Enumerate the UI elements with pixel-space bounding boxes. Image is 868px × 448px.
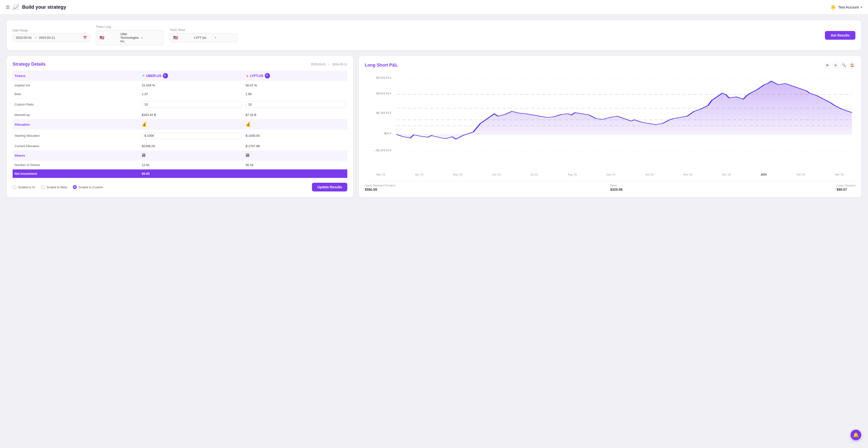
- tickers-row: Tickers ↗ UBER.US 🔍 ↘ LYFT.US 🔍: [12, 71, 347, 81]
- shares-long-emoji: 🏛: [140, 151, 243, 161]
- x-label-aug23: Aug '23: [568, 173, 577, 176]
- date-range-group: Date Range 2023-03-01 → 2024-03-11 📅: [12, 29, 90, 42]
- ticker-long-tag: ↗ UBER.US 🔍: [142, 73, 168, 78]
- get-results-button[interactable]: Get Results: [825, 31, 856, 40]
- ticker-short-chevron: ▾: [215, 36, 234, 39]
- implied-vol-short: 56.47 %: [244, 81, 347, 90]
- calendar-icon[interactable]: 📅: [83, 36, 87, 39]
- svg-marker-14: [396, 81, 852, 139]
- ticker-up-arrow: ↗: [142, 74, 145, 78]
- zoom-out-button[interactable]: ⊖: [832, 62, 839, 68]
- ticker-short-label: Ticker Short: [169, 28, 237, 32]
- num-shares-label: Number of Shares: [12, 161, 140, 169]
- main-content: Date Range 2023-03-01 → 2024-03-11 📅 Tic…: [0, 14, 868, 203]
- radio-iv-label: Scaled to IV: [18, 185, 35, 189]
- tickers-label: Tickers: [12, 71, 140, 81]
- ticker-long-name: UBER.US: [146, 74, 161, 78]
- strategy-panel: Strategy Details 2023-03-01 → 2024-03-11…: [7, 56, 353, 197]
- date-range-label: Date Range: [12, 29, 90, 32]
- header-left: ☰ 📈 Build your strategy: [6, 4, 66, 10]
- page-title: Build your strategy: [22, 4, 66, 10]
- strategy-date-arrow: →: [328, 63, 331, 66]
- custom-ratio-short-input[interactable]: [246, 101, 345, 108]
- x-label-2024: 2024: [761, 173, 767, 176]
- market-cap-long: $163.42 B: [140, 110, 243, 119]
- ticker-short-cell: ↘ LYFT.US 🔍: [244, 71, 347, 81]
- current-alloc-row: Current Allocation $2348.29 $-1797.98: [12, 142, 347, 151]
- ticker-long-flag: 🇺🇸: [99, 35, 118, 40]
- num-shares-long: 12.91: [140, 161, 243, 169]
- custom-ratio-long-input[interactable]: [142, 101, 242, 108]
- implied-vol-row: Implied Vol 31.545 % 56.47 %: [12, 81, 347, 90]
- logo-icon: 📈: [12, 4, 19, 10]
- radio-scaled-custom[interactable]: Scaled to Custom: [73, 185, 103, 189]
- chart-controls: ⊕ ⊖ 🔍 🏠: [824, 62, 856, 68]
- current-alloc-long: $2348.29: [140, 142, 243, 151]
- x-label-dec23: Dec '23: [722, 173, 731, 176]
- beta-row: Beta 1.37 1.96: [12, 90, 347, 98]
- starting-alloc-long-cell: [140, 130, 243, 142]
- ticker-long-cell: ↗ UBER.US 🔍: [140, 71, 243, 81]
- starting-alloc-short: $-1000.00: [244, 130, 347, 142]
- ticker-short-value: LYFT Inc: [194, 36, 213, 39]
- notification-bell[interactable]: 🔔: [850, 429, 861, 440]
- beta-label: Beta: [12, 90, 140, 98]
- chevron-down-icon[interactable]: ▾: [861, 6, 862, 9]
- radio-iv-circle[interactable]: [12, 185, 17, 189]
- ticker-short-select[interactable]: 🇺🇸 LYFT Inc ▾: [169, 33, 237, 42]
- upper-sd-stat: Upper Standard Deviation: $560.59: [365, 184, 396, 191]
- current-alloc-short: $-1797.98: [244, 142, 347, 151]
- beta-short: 1.96: [244, 90, 347, 98]
- date-range-input[interactable]: 2023-03-01 → 2024-03-11 📅: [12, 34, 90, 42]
- strategy-date-end: 2024-03-11: [333, 63, 347, 66]
- strategy-date-range: 2023-03-01 → 2024-03-11: [311, 63, 347, 66]
- strategy-table: Tickers ↗ UBER.US 🔍 ↘ LYFT.US 🔍: [12, 71, 347, 178]
- radio-beta-circle[interactable]: [41, 185, 45, 189]
- money-bag-long-icon: 💰: [142, 122, 147, 127]
- radio-custom-circle[interactable]: [73, 185, 77, 189]
- svg-text:$600: $600: [376, 92, 392, 95]
- mean-label: Mean:: [610, 184, 623, 187]
- radio-scaled-iv[interactable]: Scaled to IV: [12, 185, 35, 189]
- x-label-mar23: Mar '23: [376, 173, 385, 176]
- x-label-apr23: Apr '23: [415, 173, 423, 176]
- ticker-short-tag: ↘ LYFT.US 🔍: [246, 73, 270, 78]
- svg-text:$900: $900: [376, 76, 392, 79]
- stats-bar: Upper Standard Deviation: $560.59 Mean: …: [365, 181, 856, 191]
- x-label-oct23: Oct '23: [645, 173, 654, 176]
- date-end: 2024-03-11: [39, 36, 55, 39]
- home-chart-button[interactable]: 🏠: [848, 62, 856, 68]
- ticker-down-arrow: ↘: [246, 74, 248, 78]
- update-results-button[interactable]: Update Results: [312, 183, 347, 191]
- sun-icon: ☀️: [830, 4, 836, 10]
- custom-ratio-row: Custom Ratio: [12, 98, 347, 110]
- zoom-in-button[interactable]: ⊕: [824, 62, 831, 68]
- lower-sd-label: Lower Standard: [837, 184, 856, 187]
- radio-custom-label: Scaled to Custom: [79, 185, 103, 189]
- strategy-header: Strategy Details 2023-03-01 → 2024-03-11: [12, 62, 347, 67]
- ticker-long-select[interactable]: 🇺🇸 Uber Technologies Inc ▾: [96, 30, 164, 45]
- x-label-mar24: Mar '24: [835, 173, 844, 176]
- mean-value: $325.58: [610, 188, 623, 191]
- x-label-may23: May '23: [453, 173, 462, 176]
- implied-vol-label: Implied Vol: [12, 81, 140, 90]
- chart-panel: Long Short P&L ⊕ ⊖ 🔍 🏠 $900 $600 $300 $0…: [359, 56, 861, 197]
- beta-long: 1.37: [140, 90, 243, 98]
- starting-alloc-label: Starting Allocation: [12, 130, 140, 142]
- search-chart-button[interactable]: 🔍: [840, 62, 847, 68]
- ticker-short-search-button[interactable]: 🔍: [265, 73, 270, 78]
- custom-ratio-long-cell: [140, 98, 243, 110]
- net-invest-value: $0.00: [140, 169, 347, 178]
- radio-scaled-beta[interactable]: Scaled to Beta: [41, 185, 67, 189]
- header-right: ☀️ Test Account ▾: [830, 4, 862, 10]
- ticker-long-search-button[interactable]: 🔍: [163, 73, 168, 78]
- lower-sd-value: $90.57: [837, 188, 856, 191]
- hamburger-icon[interactable]: ☰: [6, 5, 10, 10]
- ticker-short-flag: 🇺🇸: [173, 35, 192, 40]
- upper-sd-value: $560.59: [365, 188, 396, 191]
- lower-sd-stat: Lower Standard $90.57: [837, 184, 856, 191]
- x-axis-labels: Mar '23 Apr '23 May '23 Jun '23 Jul '23 …: [365, 172, 856, 177]
- ticker-long-label: Ticker Long: [96, 25, 164, 29]
- starting-alloc-long-input[interactable]: [142, 132, 242, 139]
- ticker-long-chevron: ▾: [141, 36, 160, 39]
